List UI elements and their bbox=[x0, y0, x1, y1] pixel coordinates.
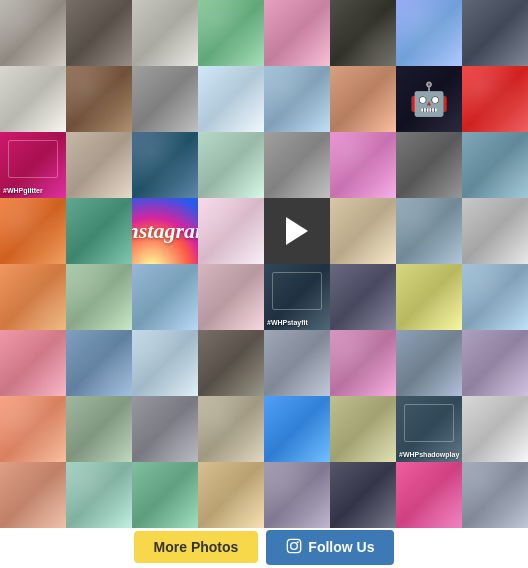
follow-us-button[interactable]: Follow Us bbox=[266, 530, 394, 565]
grid-cell-31[interactable] bbox=[462, 198, 528, 264]
more-photos-button[interactable]: More Photos bbox=[134, 531, 259, 563]
grid-cell-16[interactable]: #WHPglitter bbox=[0, 132, 66, 198]
grid-cell-1[interactable] bbox=[66, 0, 132, 66]
grid-cell-48[interactable] bbox=[0, 396, 66, 462]
grid-cell-3[interactable] bbox=[198, 0, 264, 66]
grid-cell-44[interactable] bbox=[264, 330, 330, 396]
photo-grid-container: 🤖#WHPglitterInstagram#WHPstayfit#WHPshad… bbox=[0, 0, 528, 528]
grid-cell-57[interactable] bbox=[66, 462, 132, 528]
grid-cell-20[interactable] bbox=[264, 132, 330, 198]
grid-cell-43[interactable] bbox=[198, 330, 264, 396]
grid-cell-2[interactable] bbox=[132, 0, 198, 66]
svg-point-2 bbox=[297, 541, 299, 543]
grid-cell-53[interactable] bbox=[330, 396, 396, 462]
grid-cell-54[interactable]: #WHPshadowplay bbox=[396, 396, 462, 462]
grid-cell-24[interactable] bbox=[0, 198, 66, 264]
grid-cell-27[interactable] bbox=[198, 198, 264, 264]
grid-cell-7[interactable] bbox=[462, 0, 528, 66]
grid-cell-10[interactable] bbox=[132, 66, 198, 132]
grid-cell-39[interactable] bbox=[462, 264, 528, 330]
grid-cell-51[interactable] bbox=[198, 396, 264, 462]
grid-cell-58[interactable] bbox=[132, 462, 198, 528]
instagram-icon bbox=[286, 538, 302, 557]
grid-cell-22[interactable] bbox=[396, 132, 462, 198]
grid-cell-34[interactable] bbox=[132, 264, 198, 330]
grid-cell-38[interactable] bbox=[396, 264, 462, 330]
grid-cell-40[interactable] bbox=[0, 330, 66, 396]
grid-cell-11[interactable] bbox=[198, 66, 264, 132]
photo-grid: 🤖#WHPglitterInstagram#WHPstayfit#WHPshad… bbox=[0, 0, 528, 528]
grid-cell-15[interactable] bbox=[462, 66, 528, 132]
grid-cell-49[interactable] bbox=[66, 396, 132, 462]
grid-cell-4[interactable] bbox=[264, 0, 330, 66]
grid-cell-17[interactable] bbox=[66, 132, 132, 198]
grid-cell-62[interactable] bbox=[396, 462, 462, 528]
grid-cell-18[interactable] bbox=[132, 132, 198, 198]
grid-cell-12[interactable] bbox=[264, 66, 330, 132]
svg-point-1 bbox=[291, 542, 298, 549]
grid-cell-35[interactable] bbox=[198, 264, 264, 330]
grid-cell-25[interactable] bbox=[66, 198, 132, 264]
follow-us-label: Follow Us bbox=[308, 539, 374, 555]
svg-rect-0 bbox=[288, 539, 301, 552]
grid-cell-28[interactable] bbox=[264, 198, 330, 264]
grid-cell-47[interactable] bbox=[462, 330, 528, 396]
grid-cell-5[interactable] bbox=[330, 0, 396, 66]
grid-cell-50[interactable] bbox=[132, 396, 198, 462]
footer-bar: More Photos Follow Us bbox=[0, 528, 528, 566]
grid-cell-41[interactable] bbox=[66, 330, 132, 396]
grid-cell-0[interactable] bbox=[0, 0, 66, 66]
grid-cell-45[interactable] bbox=[330, 330, 396, 396]
grid-cell-6[interactable] bbox=[396, 0, 462, 66]
grid-cell-9[interactable] bbox=[66, 66, 132, 132]
grid-cell-52[interactable] bbox=[264, 396, 330, 462]
grid-cell-23[interactable] bbox=[462, 132, 528, 198]
grid-cell-42[interactable] bbox=[132, 330, 198, 396]
grid-cell-55[interactable] bbox=[462, 396, 528, 462]
grid-cell-33[interactable] bbox=[66, 264, 132, 330]
grid-cell-59[interactable] bbox=[198, 462, 264, 528]
grid-cell-32[interactable] bbox=[0, 264, 66, 330]
grid-cell-63[interactable] bbox=[462, 462, 528, 528]
grid-cell-13[interactable] bbox=[330, 66, 396, 132]
grid-cell-46[interactable] bbox=[396, 330, 462, 396]
grid-cell-30[interactable] bbox=[396, 198, 462, 264]
grid-cell-8[interactable] bbox=[0, 66, 66, 132]
grid-cell-29[interactable] bbox=[330, 198, 396, 264]
grid-cell-60[interactable] bbox=[264, 462, 330, 528]
grid-cell-26[interactable]: Instagram bbox=[132, 198, 198, 264]
grid-cell-19[interactable] bbox=[198, 132, 264, 198]
grid-cell-37[interactable] bbox=[330, 264, 396, 330]
grid-cell-36[interactable]: #WHPstayfit bbox=[264, 264, 330, 330]
grid-cell-56[interactable] bbox=[0, 462, 66, 528]
grid-cell-21[interactable] bbox=[330, 132, 396, 198]
grid-cell-14[interactable]: 🤖 bbox=[396, 66, 462, 132]
grid-cell-61[interactable] bbox=[330, 462, 396, 528]
